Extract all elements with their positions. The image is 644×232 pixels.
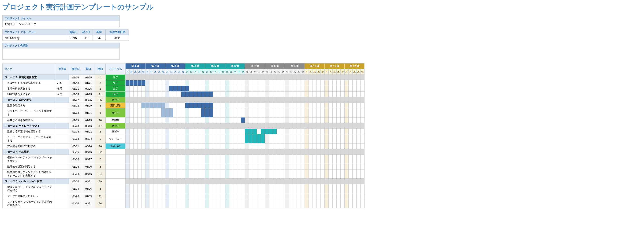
task-status[interactable]: 完了 [106,80,126,86]
task-duration[interactable]: 4 [95,108,106,118]
task-start[interactable]: 01/22 [69,103,82,108]
task-duration[interactable]: 11 [95,193,106,199]
task-due[interactable]: 04/16 [82,149,95,155]
task-status[interactable] [106,179,126,184]
task-duration[interactable]: 8 [95,103,106,108]
task-start[interactable]: 03/24 [69,179,82,184]
task-name[interactable]: 初期投資を見積もる [2,92,55,97]
proj-title-value[interactable]: 充電ステーション ベータ [2,21,120,27]
task-name[interactable]: ソフトウェア ソリューションを定期的に更新する [2,199,55,208]
task-owner[interactable] [55,123,69,129]
task-name[interactable]: ソフトウェア ソリューションを開発する [2,108,55,118]
task-duration[interactable]: 28 [95,118,106,123]
task-duration[interactable]: 32 [95,149,106,155]
task-owner[interactable]: 名前 [55,80,69,86]
task-name[interactable]: 段階的な設置を開始する [2,164,55,170]
task-due[interactable]: 03/17 [82,155,95,164]
task-due[interactable]: 02/05 [82,86,95,92]
task-status[interactable]: 進行中 [106,108,126,118]
task-name[interactable]: フェーズ 5. オペレーション管理 [2,179,55,184]
task-name[interactable]: フェーズ 4. 本格展開 [2,149,55,155]
task-name[interactable]: 必要な許可を取得する [2,118,55,123]
task-owner[interactable] [55,179,69,184]
task-status[interactable]: 期日超過 [106,103,126,108]
task-due[interactable]: 04/21 [82,199,95,208]
task-name[interactable]: 複数のマーケティング キャンペーンを実施する [2,155,55,164]
task-duration[interactable]: 3 [95,164,106,170]
task-name[interactable]: 従業員に対してメンテナンスに関するトレーニングを実施する [2,170,55,179]
task-due[interactable]: 01/21 [82,80,95,86]
task-due[interactable]: 02/25 [82,97,95,103]
task-status[interactable]: 進行中 [106,97,126,103]
task-owner[interactable]: 名前 [55,92,69,97]
task-duration[interactable]: 6 [95,86,106,92]
task-owner[interactable] [55,155,69,164]
task-start[interactable]: 03/26 [69,193,82,199]
task-due[interactable]: 04/16 [82,170,95,179]
task-due[interactable]: 03/04 [82,134,95,144]
task-start[interactable]: 02/28 [69,123,82,129]
task-status[interactable]: 完了 [106,86,126,92]
task-name[interactable]: 市場分析を実施する [2,86,55,92]
task-status[interactable]: 保留中 [106,129,126,134]
task-status[interactable]: 未開始 [106,118,126,123]
task-duration[interactable]: 16 [95,199,106,208]
task-status[interactable]: 完了 [106,75,126,80]
task-owner[interactable] [55,134,69,144]
task-owner[interactable] [55,103,69,108]
task-start[interactable]: 04/06 [69,199,82,208]
task-duration[interactable]: 5 [95,134,106,144]
task-owner[interactable] [55,144,69,149]
task-duration[interactable]: 16 [95,144,106,149]
task-start[interactable]: 01/22 [69,97,82,103]
task-owner[interactable] [55,108,69,118]
task-duration[interactable]: 17 [95,123,106,129]
task-status[interactable] [106,193,126,199]
task-due[interactable]: 02/25 [82,75,95,80]
task-due[interactable]: 04/21 [82,179,95,184]
task-due[interactable]: 03/20 [82,164,95,170]
task-owner[interactable] [55,118,69,123]
task-owner[interactable] [55,75,69,80]
task-duration[interactable]: 3 [95,184,106,193]
task-owner[interactable] [55,184,69,193]
task-start[interactable]: 01/16 [69,75,82,80]
task-name[interactable]: ユーザーからのフィードバックを収集する [2,134,55,144]
task-owner[interactable] [55,199,69,208]
task-name[interactable]: フェーズ 3. パイロット テスト [2,123,55,129]
task-duration[interactable]: 2 [95,129,106,134]
task-owner[interactable] [55,129,69,134]
task-duration[interactable]: 2 [95,155,106,164]
task-owner[interactable] [55,170,69,179]
task-status[interactable] [106,149,126,155]
task-duration[interactable]: 24 [95,170,106,179]
task-start[interactable]: 01/29 [69,118,82,123]
task-start[interactable]: 03/24 [69,170,82,179]
task-status[interactable]: 完了 [106,92,126,97]
task-owner[interactable] [55,193,69,199]
task-duration[interactable]: 6 [95,80,106,86]
task-due[interactable]: 03/26 [82,184,95,193]
task-start[interactable]: 02/05 [69,92,82,97]
mgr-value[interactable]: Kirk Caskey [2,35,67,41]
task-owner[interactable] [55,149,69,155]
prog-value[interactable]: 35% [106,35,129,41]
task-status[interactable]: 要レビュー [106,134,126,144]
task-start[interactable]: 02/28 [69,134,82,144]
start-value[interactable]: 01/16 [67,35,80,41]
task-status[interactable]: 承認済み [106,144,126,149]
task-name[interactable]: 設置する限定地域を選定する [2,129,55,134]
dur-value[interactable]: 96 [93,35,106,41]
task-name[interactable]: フェーズ 2. 設計と開発 [2,97,55,103]
task-due[interactable]: 04/05 [82,193,95,199]
task-due[interactable]: 03/16 [82,123,95,129]
task-status[interactable]: 進行中 [106,123,126,129]
task-owner[interactable] [55,164,69,170]
task-due[interactable]: 01/29 [82,103,95,108]
task-duration[interactable]: 11 [95,92,106,97]
task-status[interactable] [106,170,126,179]
task-start[interactable]: 03/16 [69,155,82,164]
task-start[interactable]: 03/16 [69,149,82,155]
task-name[interactable]: 設計を確定する [2,103,55,108]
task-name[interactable]: 可能性のある場所を調査する [2,80,55,86]
